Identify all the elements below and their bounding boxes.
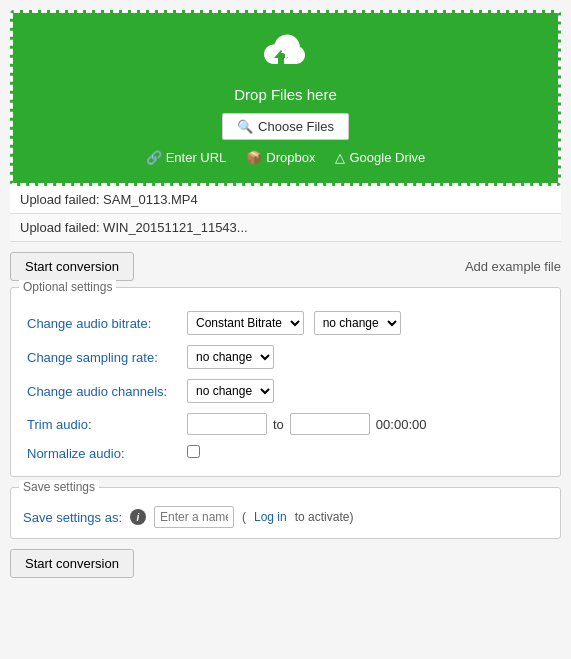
trim-time-display: 00:00:00	[376, 417, 427, 432]
upload-errors-section: Upload failed: SAM_0113.MP4 Upload faile…	[10, 186, 561, 242]
google-drive-link[interactable]: △ Google Drive	[335, 150, 425, 165]
trim-end-input[interactable]	[290, 413, 370, 435]
normalize-audio-row: Normalize audio:	[23, 440, 548, 466]
trim-to-label: to	[273, 417, 284, 432]
normalize-audio-controls	[183, 440, 548, 466]
save-name-input[interactable]	[154, 506, 234, 528]
audio-channels-controls: no change Mono Stereo	[183, 374, 548, 408]
optional-settings-table: Change audio bitrate: Constant Bitrate V…	[23, 306, 548, 466]
audio-bitrate-controls: Constant Bitrate Variable Bitrate no cha…	[183, 306, 548, 340]
normalize-audio-label: Normalize audio:	[23, 440, 183, 466]
save-settings-legend: Save settings	[19, 480, 99, 494]
enter-url-label: Enter URL	[166, 150, 227, 165]
upload-failed-text-1: Upload failed: SAM_0113.MP4	[20, 192, 198, 207]
upload-failed-text-2: Upload failed: WIN_20151121_11543...	[20, 220, 248, 235]
sampling-rate-label: Change sampling rate:	[23, 340, 183, 374]
search-icon: 🔍	[237, 119, 253, 134]
cloud-upload-icon	[31, 31, 540, 80]
drop-zone[interactable]: Drop Files here 🔍 Choose Files 🔗 Enter U…	[10, 10, 561, 186]
trim-row: to 00:00:00	[187, 413, 544, 435]
activate-text-prefix: (	[242, 510, 246, 524]
start-conversion-button-bottom[interactable]: Start conversion	[10, 549, 134, 578]
add-example-link[interactable]: Add example file	[465, 259, 561, 274]
optional-settings-legend: Optional settings	[19, 280, 116, 294]
info-icon[interactable]: i	[130, 509, 146, 525]
sampling-rate-row: Change sampling rate: no change 8000 Hz …	[23, 340, 548, 374]
audio-channels-select[interactable]: no change Mono Stereo	[187, 379, 274, 403]
activate-text-suffix: to activate)	[295, 510, 354, 524]
start-conversion-button-top[interactable]: Start conversion	[10, 252, 134, 281]
save-settings-label: Save settings as:	[23, 510, 122, 525]
link-icon: 🔗	[146, 150, 162, 165]
upload-failed-row-2: Upload failed: WIN_20151121_11543...	[10, 214, 561, 242]
trim-audio-row: Trim audio: to 00:00:00	[23, 408, 548, 440]
audio-channels-row: Change audio channels: no change Mono St…	[23, 374, 548, 408]
dropbox-link[interactable]: 📦 Dropbox	[246, 150, 315, 165]
drop-text: Drop Files here	[31, 86, 540, 103]
choose-files-button[interactable]: 🔍 Choose Files	[222, 113, 349, 140]
trim-start-input[interactable]	[187, 413, 267, 435]
dropbox-icon: 📦	[246, 150, 262, 165]
trim-audio-label: Trim audio:	[23, 408, 183, 440]
sampling-rate-select[interactable]: no change 8000 Hz 16000 Hz 22050 Hz 4410…	[187, 345, 274, 369]
bitrate-value-select[interactable]: no change 32k 64k 128k 192k 256k 320k	[314, 311, 401, 335]
optional-settings-box: Optional settings Change audio bitrate: …	[10, 287, 561, 477]
audio-bitrate-label: Change audio bitrate:	[23, 306, 183, 340]
audio-channels-label: Change audio channels:	[23, 374, 183, 408]
choose-files-label: Choose Files	[258, 119, 334, 134]
bottom-toolbar: Start conversion	[10, 549, 561, 578]
bitrate-type-select[interactable]: Constant Bitrate Variable Bitrate	[187, 311, 304, 335]
login-link[interactable]: Log in	[254, 510, 287, 524]
extra-links-row: 🔗 Enter URL 📦 Dropbox △ Google Drive	[31, 150, 540, 165]
normalize-audio-checkbox[interactable]	[187, 445, 200, 458]
sampling-rate-controls: no change 8000 Hz 16000 Hz 22050 Hz 4410…	[183, 340, 548, 374]
enter-url-link[interactable]: 🔗 Enter URL	[146, 150, 227, 165]
trim-audio-controls: to 00:00:00	[183, 408, 548, 440]
dropbox-label: Dropbox	[266, 150, 315, 165]
upload-failed-row-1: Upload failed: SAM_0113.MP4	[10, 186, 561, 214]
audio-bitrate-row: Change audio bitrate: Constant Bitrate V…	[23, 306, 548, 340]
google-drive-icon: △	[335, 150, 345, 165]
save-settings-row: Save settings as: i ( Log in to activate…	[23, 506, 548, 528]
google-drive-label: Google Drive	[349, 150, 425, 165]
toolbar-row: Start conversion Add example file	[10, 252, 561, 281]
save-settings-box: Save settings Save settings as: i ( Log …	[10, 487, 561, 539]
